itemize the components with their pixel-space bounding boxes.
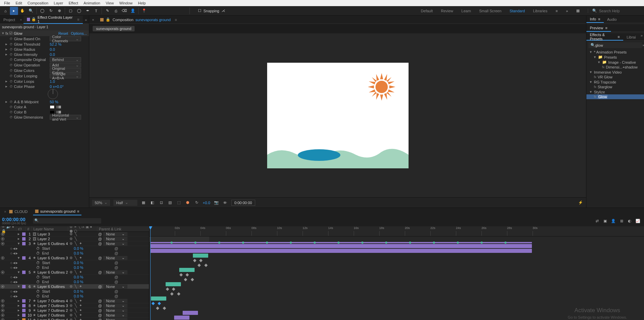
value-scrubber[interactable]: 52.2 % bbox=[50, 42, 61, 46]
grid-icon[interactable]: ▦ bbox=[141, 200, 146, 205]
label-color[interactable] bbox=[22, 314, 26, 317]
layer-row[interactable]: ▸ 9 ★ Layer 7 Outlines 2 ⊛╲✦ @None⌄ bbox=[0, 308, 149, 313]
snapping-toggle[interactable]: ☐ Snapping ⋌ bbox=[198, 9, 225, 13]
value-scrubber[interactable]: 50 % bbox=[50, 100, 58, 104]
workspace-small-screen[interactable]: Small Screen bbox=[479, 9, 501, 13]
twirl-icon[interactable]: ▸ bbox=[5, 42, 8, 46]
parent-dropdown[interactable]: None⌄ bbox=[103, 304, 127, 308]
layer-row[interactable]: ▾ 4 ★ Layer 6 Outlines 3 ⊛╲✦ @None⌄ bbox=[0, 256, 149, 260]
tree-item[interactable]: ▾Stylize bbox=[586, 89, 644, 94]
keyframe[interactable] bbox=[204, 264, 208, 267]
zoom-tool[interactable]: 🔍 bbox=[27, 7, 35, 15]
tree-item[interactable]: fxStarglow bbox=[586, 85, 644, 89]
dropdown[interactable]: Horizontal and Vert⌄ bbox=[50, 115, 81, 120]
layer-row[interactable]: ▸ 10 ★ Layer 7 Outlines ⊛╲✦ @None⌄ bbox=[0, 313, 149, 318]
clone-tool[interactable]: ⎙ bbox=[112, 7, 120, 15]
pickwhip-icon[interactable]: @ bbox=[114, 280, 118, 284]
home-tool[interactable]: ⌂ bbox=[1, 7, 10, 15]
libraries-tab[interactable]: Librai bbox=[623, 33, 639, 41]
keyframe[interactable] bbox=[163, 307, 166, 310]
channel-icon[interactable]: ⬢ bbox=[185, 200, 190, 205]
keyframe[interactable] bbox=[166, 288, 169, 291]
stopwatch-icon[interactable]: ⏱ bbox=[10, 58, 13, 61]
value-scrubber[interactable]: 0.0 % bbox=[74, 265, 83, 270]
flowchart-chip[interactable]: sunevaporats ground bbox=[93, 26, 135, 31]
parent-dropdown[interactable]: None⌄ bbox=[103, 308, 127, 313]
twirl-icon[interactable]: ▾ bbox=[590, 50, 593, 54]
dropdown[interactable]: Color Channels⌄ bbox=[50, 36, 81, 41]
audio-tab[interactable]: Audio bbox=[604, 16, 620, 23]
dropdown[interactable]: Behind⌄ bbox=[50, 57, 81, 62]
keyframe[interactable] bbox=[184, 278, 187, 281]
stopwatch-icon[interactable]: ⏱ bbox=[10, 80, 13, 83]
resolution-selector[interactable]: Half⌄ bbox=[113, 200, 137, 206]
menu-window[interactable]: Window bbox=[117, 1, 135, 5]
show-snapshot-icon[interactable]: 👁 bbox=[223, 200, 228, 205]
parent-dropdown[interactable]: None⌄ bbox=[103, 256, 127, 260]
twirl-icon[interactable]: ▸ bbox=[16, 303, 21, 308]
stopwatch-icon[interactable]: ⏱ bbox=[10, 105, 13, 109]
menu-layer[interactable]: Layer bbox=[51, 1, 66, 5]
overflow-icon[interactable]: » bbox=[566, 9, 568, 13]
timeline-search-input[interactable] bbox=[33, 218, 101, 224]
refresh-icon[interactable]: ↻ bbox=[194, 200, 199, 205]
keyframe[interactable] bbox=[156, 307, 159, 310]
menu-animation[interactable]: Animation bbox=[81, 1, 103, 5]
parent-dropdown[interactable]: None⌄ bbox=[103, 232, 127, 236]
value-scrubber[interactable]: 0.0 % bbox=[74, 261, 83, 265]
keyframe-navigator[interactable]: ◇ ◀ ▶ bbox=[10, 295, 18, 298]
pickwhip-icon[interactable]: @ bbox=[98, 256, 102, 260]
stopwatch-icon[interactable]: ⏱ bbox=[10, 100, 13, 104]
parent-dropdown[interactable]: None⌄ bbox=[103, 242, 127, 246]
stopwatch-icon[interactable]: ⏱ bbox=[10, 110, 13, 114]
property-row[interactable]: ◇ ◀ ▶ ⏱End 0.0 % @ bbox=[0, 279, 149, 284]
twirl-icon[interactable]: ▾ bbox=[16, 284, 21, 289]
region-icon[interactable]: ⊡ bbox=[158, 200, 164, 205]
parent-dropdown[interactable]: None⌄ bbox=[103, 237, 127, 241]
label-color[interactable] bbox=[22, 309, 26, 312]
snap-options-icon[interactable]: ⋌ bbox=[221, 9, 225, 13]
layer-bar[interactable] bbox=[183, 311, 198, 315]
visibility-toggle[interactable] bbox=[1, 314, 4, 317]
layer-row[interactable]: ▸ 1 🖼 Layer 3 ⊛╲ @None⌄ bbox=[0, 232, 149, 237]
pickwhip-icon[interactable]: @ bbox=[98, 304, 102, 308]
pickwhip-icon[interactable]: @ bbox=[98, 237, 102, 241]
workspace-libraries[interactable]: Libraries bbox=[533, 9, 547, 13]
stopwatch-icon[interactable]: ⏱ bbox=[10, 69, 13, 72]
property-row[interactable]: ◇ ◀ ▶ ⏱End 0.0 % @ bbox=[0, 251, 149, 256]
label-color[interactable] bbox=[22, 232, 26, 236]
layer-row[interactable]: ▸ 8 ★ Layer 7 Outlines 3 ⊛╲✦ @None⌄ bbox=[0, 303, 149, 308]
visibility-toggle[interactable] bbox=[1, 271, 4, 274]
pickwhip-icon[interactable]: @ bbox=[98, 318, 102, 320]
pickwhip-icon[interactable]: @ bbox=[98, 299, 102, 303]
property-row[interactable]: ◇ ◀ ▶ ⏱End 0.0 % @ bbox=[0, 265, 149, 270]
parent-dropdown[interactable]: None⌄ bbox=[103, 285, 127, 289]
twirl-icon[interactable]: ▾ bbox=[16, 270, 21, 274]
motion-blur-icon[interactable]: ◐ bbox=[627, 218, 632, 224]
pickwhip-icon[interactable]: @ bbox=[114, 265, 118, 270]
workspace-standard[interactable]: Standard bbox=[510, 9, 525, 13]
angle-dial[interactable] bbox=[48, 89, 58, 99]
visibility-toggle[interactable] bbox=[1, 304, 4, 307]
label-color[interactable] bbox=[22, 285, 26, 288]
keyframe[interactable] bbox=[158, 302, 161, 305]
twirl-icon[interactable]: ▸ bbox=[16, 308, 21, 313]
twirl-icon[interactable]: ▾ bbox=[590, 90, 593, 94]
layer-row[interactable]: ▸ 7 ★ Layer 7 Outlines 4 ⊛╲✦ @None⌄ bbox=[0, 299, 149, 303]
time-ruler[interactable]: 02s04s06s08s10s12s14s16s18s20s22s24s26s2… bbox=[149, 226, 644, 237]
stopwatch-icon[interactable]: ⏱ bbox=[10, 53, 13, 56]
work-area[interactable] bbox=[149, 237, 209, 242]
value-scrubber[interactable]: 0.0 % bbox=[74, 294, 83, 298]
layer-bar[interactable] bbox=[166, 282, 181, 286]
toggle-mask-icon[interactable]: ◧ bbox=[150, 200, 155, 205]
composition-viewer[interactable] bbox=[89, 33, 586, 197]
menu-edit[interactable]: Edit bbox=[13, 1, 25, 5]
parent-dropdown[interactable]: None⌄ bbox=[103, 318, 127, 320]
keyframe[interactable] bbox=[170, 292, 174, 296]
property-row[interactable]: ◇ ◀ ▶ ⏱End 0.0 % @ bbox=[0, 294, 149, 299]
value-scrubber[interactable]: 0.0 % bbox=[74, 246, 83, 250]
orbit-tool[interactable]: ◯ bbox=[38, 7, 46, 15]
dropdown[interactable]: Triangle A>B>A⌄ bbox=[50, 74, 81, 78]
twirl-icon[interactable]: ▾ bbox=[594, 55, 597, 59]
layer-bar[interactable] bbox=[193, 254, 208, 258]
